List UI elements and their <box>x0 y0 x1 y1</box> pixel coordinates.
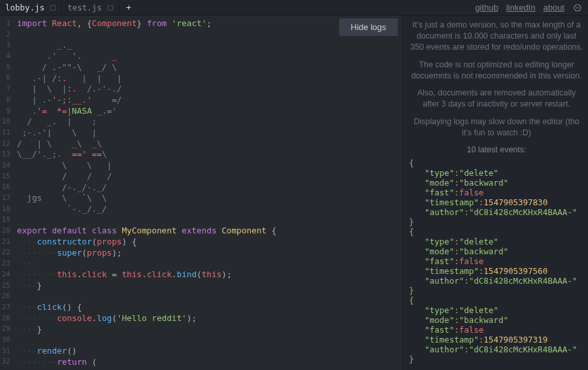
code-line[interactable]: ········this.click = this.click.bind(thi… <box>17 269 402 280</box>
info-text: The code is not optimized so editing lon… <box>409 59 584 82</box>
new-tab-button[interactable]: + <box>120 0 138 15</box>
line-number: 27 <box>0 302 10 313</box>
code-line[interactable]: ····} <box>17 324 402 335</box>
code-line[interactable] <box>17 292 402 303</box>
code-line[interactable]: .-| /:. | | | <box>17 73 402 84</box>
code-line[interactable] <box>17 335 402 346</box>
code-line[interactable]: | .-'-;:__.' =/ <box>17 95 402 106</box>
line-number: 30 <box>0 335 10 346</box>
line-number: 4 <box>0 51 10 62</box>
code-line[interactable]: / / / <box>17 171 402 182</box>
line-number: 2 <box>0 29 10 41</box>
info-text: Displaying logs may slow down the editor… <box>409 116 584 139</box>
line-number: 11 <box>0 127 10 139</box>
main: 1234567891011121314151617181920212223242… <box>0 16 588 370</box>
line-number: 3 <box>0 40 10 51</box>
line-number: 25 <box>0 280 10 292</box>
tab-label: lobby.js <box>5 3 44 12</box>
line-number: 14 <box>0 160 10 171</box>
line-number: 1 <box>0 18 10 29</box>
code-line[interactable]: /-._/-._/ <box>17 182 402 193</box>
svg-rect-0 <box>50 5 56 10</box>
line-number: 19 <box>0 214 10 226</box>
code-line[interactable] <box>17 215 402 226</box>
code-line[interactable]: ···· <box>17 258 402 269</box>
code-line[interactable]: / | \ _\ _\ <box>17 139 402 150</box>
code-line[interactable]: / .-""-\ _/ \ <box>17 62 402 73</box>
code-line[interactable]: .' '. _ <box>17 51 402 62</box>
side-panel: It's just a demo version, so the max len… <box>402 16 588 370</box>
line-number: 29 <box>0 324 10 335</box>
line-number: 21 <box>0 237 10 248</box>
tab[interactable]: lobby.js <box>0 0 62 15</box>
code-line[interactable]: ;-.-'| \ | <box>17 127 402 139</box>
line-number: 15 <box>0 171 10 182</box>
code-line[interactable]: ····} <box>17 280 402 292</box>
line-number: 17 <box>0 193 10 204</box>
code-line[interactable]: ········super(props); <box>17 248 402 259</box>
info-text: Also, documents are removed automaticall… <box>409 88 584 110</box>
collapse-icon[interactable] <box>572 3 583 13</box>
info-block: It's just a demo version, so the max len… <box>409 20 584 139</box>
topbar: lobby.jstest.js+ github linkedIn about <box>0 0 588 16</box>
code-line[interactable]: ········return ( <box>17 357 402 368</box>
close-icon[interactable] <box>107 5 114 11</box>
code-line[interactable]: \__/'._;. ==' ==\ <box>17 149 402 160</box>
close-icon[interactable] <box>50 5 56 11</box>
events-title: 10 latest events: <box>409 145 584 154</box>
line-number: 22 <box>0 247 10 258</box>
link-about[interactable]: about <box>543 3 564 12</box>
code-line[interactable]: .'= *=|NASA _.=' <box>17 106 402 117</box>
tab-label: test.js <box>67 3 102 12</box>
code-line[interactable]: jgs \ `\ \ <box>17 193 402 204</box>
event-entry: { "type":"delete" "mode":"backward" "fas… <box>409 295 584 364</box>
line-number: 13 <box>0 149 10 160</box>
line-number: 31 <box>0 346 10 357</box>
code-line[interactable]: export default class MyComponent extends… <box>17 226 402 237</box>
line-number: 7 <box>0 84 10 95</box>
tabs-container: lobby.jstest.js+ <box>0 0 470 15</box>
line-number: 20 <box>0 226 10 237</box>
line-number: 10 <box>0 116 10 127</box>
hide-logs-button[interactable]: Hide logs <box>339 18 398 36</box>
line-number: 16 <box>0 182 10 193</box>
code-line[interactable]: / _. | ; <box>17 116 402 127</box>
code-editor[interactable]: 1234567891011121314151617181920212223242… <box>0 16 402 370</box>
info-text: It's just a demo version, so the max len… <box>409 20 584 53</box>
line-number: 9 <box>0 106 10 117</box>
line-number: 28 <box>0 313 10 324</box>
code-line[interactable]: ····click() { <box>17 302 402 313</box>
tab[interactable]: test.js <box>62 0 120 15</box>
events-log: { "type":"delete" "mode":"backward" "fas… <box>409 158 584 364</box>
code-line[interactable]: ····constructor(props) { <box>17 237 402 248</box>
code-line[interactable]: _._ <box>17 40 402 51</box>
link-github[interactable]: github <box>475 3 498 12</box>
line-number: 26 <box>0 291 10 302</box>
svg-rect-1 <box>108 5 113 10</box>
line-number: 32 <box>0 356 10 367</box>
line-number: 5 <box>0 62 10 73</box>
header-links: github linkedIn about <box>470 0 588 15</box>
event-entry: { "type":"delete" "mode":"backward" "fas… <box>409 227 584 295</box>
code-line[interactable]: ········console.log('Hello reddit'); <box>17 313 402 324</box>
code-line[interactable]: ····render() <box>17 346 402 357</box>
line-number: 23 <box>0 258 10 269</box>
line-number: 12 <box>0 139 10 150</box>
link-linkedin[interactable]: linkedIn <box>506 3 536 12</box>
code-line[interactable]: `-._/._/ <box>17 204 402 215</box>
code-line[interactable]: | \ |:. /.-'-./ <box>17 84 402 95</box>
line-number: 6 <box>0 73 10 84</box>
event-entry: { "type":"delete" "mode":"backward" "fas… <box>409 158 584 227</box>
line-number: 8 <box>0 95 10 106</box>
line-gutter: 1234567891011121314151617181920212223242… <box>0 16 14 370</box>
code-area[interactable]: import React, {Component} from 'react'; … <box>14 16 402 370</box>
code-line[interactable]: \ \ | <box>17 160 402 171</box>
line-number: 24 <box>0 269 10 280</box>
line-number: 18 <box>0 204 10 215</box>
